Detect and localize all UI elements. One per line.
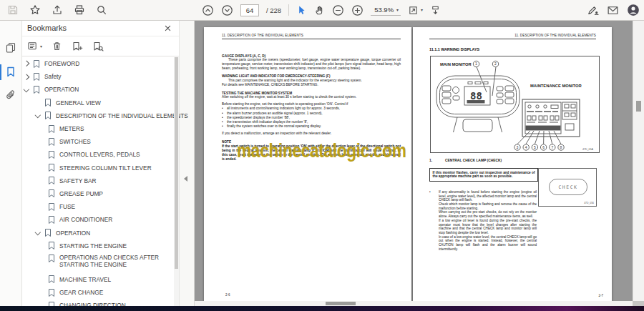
- previous-page-icon[interactable]: [202, 4, 214, 16]
- bookmark-item[interactable]: STARTING THE ENGINE: [21, 240, 173, 252]
- scroll-mode-icon[interactable]: [430, 5, 441, 16]
- paragraph: These parts comprise the meters (speedom…: [222, 58, 401, 70]
- list-item: all instruments and control/warning indi…: [222, 107, 401, 111]
- bookmarks-panel-icon[interactable]: [5, 66, 16, 77]
- bookmark-item[interactable]: SWITCHES: [21, 135, 173, 148]
- list-item: finally the system switches over to the …: [222, 124, 401, 129]
- bookmark-item[interactable]: METERS: [21, 122, 173, 135]
- window-bottom-edge: [0, 306, 644, 311]
- paragraph: In case of a low engine water level, the…: [439, 235, 537, 252]
- find-bookmark-icon[interactable]: [92, 41, 104, 52]
- bookmark-item[interactable]: FUSE: [21, 200, 173, 213]
- bookmark-item[interactable]: GENERAL VIEW: [21, 97, 173, 109]
- chevron-down-icon: ▾: [40, 44, 42, 49]
- zoom-level-value: 53.9%: [374, 6, 394, 14]
- bookmark-item[interactable]: AIR CONDITIONER: [21, 213, 173, 226]
- horizontal-scrollbar[interactable]: [193, 301, 633, 306]
- bookmark-item[interactable]: DESCRIPTION OF THE INDIVIDUAL ELEMENTS: [21, 109, 173, 122]
- check-lamp-label: CHECK: [549, 179, 587, 195]
- bookmark-options-icon[interactable]: ▾: [27, 41, 42, 51]
- panel-collapse-strip[interactable]: [179, 20, 195, 306]
- print-icon[interactable]: [74, 4, 85, 16]
- paragraph: Check which monitor lamp is flashing and…: [439, 202, 537, 210]
- svg-text:2: 2: [494, 61, 497, 66]
- new-bookmark-icon[interactable]: [72, 41, 83, 52]
- bookmark-item[interactable]: GREASE PUMP: [21, 187, 173, 200]
- main-monitor-label: MAIN MONITOR: [440, 62, 472, 66]
- paragraph: If a low engine oil level is found durin…: [439, 219, 537, 235]
- paragraph: After switching off the engine, wait at …: [222, 95, 401, 99]
- next-page-icon[interactable]: [221, 4, 233, 16]
- chevron-down-icon[interactable]: [35, 229, 41, 235]
- chevron-right-icon[interactable]: [24, 61, 29, 66]
- attachments-icon[interactable]: [5, 89, 16, 101]
- vertical-scrollbar-thumb[interactable]: [636, 101, 641, 112]
- svg-text:6: 6: [542, 145, 545, 149]
- panel-scrollbar[interactable]: [174, 57, 179, 306]
- bookmarks-panel: Bookmarks ▾ FOREWORD: [21, 20, 179, 306]
- body-bullet: If any abnormality is found before start…: [429, 190, 537, 251]
- page-number: 2-7: [598, 294, 603, 297]
- bookmark-item[interactable]: OPERATION: [21, 226, 173, 239]
- bookmark-item[interactable]: STEERING COLUMN TILT LEVER: [21, 162, 173, 174]
- bookmark-item[interactable]: SAFETY BAR: [21, 174, 173, 187]
- page-total-label: / 228: [266, 6, 281, 14]
- zoom-out-icon[interactable]: [332, 4, 344, 16]
- bookmark-item[interactable]: Safety: [21, 70, 173, 83]
- pdf-page-right: 11. DESCRIPTION OF THE INDIVIDUAL ELEMEN…: [413, 27, 612, 301]
- collapse-panel-arrow-icon[interactable]: [184, 176, 187, 182]
- svg-text:1: 1: [475, 61, 477, 66]
- list-item: the alarm buzzer produces an audible sig…: [222, 112, 401, 116]
- section-title: 11.1.1 WARNING DISPLAYS: [429, 47, 596, 51]
- bookmark-item[interactable]: FOREWORD: [21, 57, 173, 70]
- svg-text:3: 3: [517, 145, 519, 149]
- chevron-down-icon: ▾: [396, 8, 399, 12]
- zoom-level-dropdown[interactable]: 53.9% ▾: [371, 4, 401, 16]
- chevron-down-icon: ▾: [421, 8, 423, 12]
- fit-page-icon[interactable]: ▾: [408, 5, 423, 16]
- bookmark-item[interactable]: GEAR CHANGE: [21, 286, 173, 299]
- vertical-scrollbar[interactable]: [633, 20, 644, 306]
- page-number-input[interactable]: [240, 4, 259, 16]
- item-heading: 1. CENTRAL CHECK LAMP (CHECK): [429, 159, 502, 162]
- save-icon[interactable]: [7, 4, 19, 16]
- close-icon[interactable]: [164, 24, 172, 32]
- paragraph: When carrying out the pre-start checks, …: [439, 210, 537, 218]
- paragraph: Before starting the engine, set the star…: [222, 102, 401, 107]
- horizontal-scrollbar-thumb[interactable]: [326, 302, 356, 305]
- scrollbar-corner: [633, 301, 644, 306]
- bookmark-item[interactable]: OPERATIONS AND CHECKS AFTER STARTING THE…: [21, 252, 173, 273]
- share-upload-icon[interactable]: [52, 4, 63, 16]
- hand-tool-icon[interactable]: [314, 5, 325, 16]
- chevron-down-icon[interactable]: [24, 87, 29, 92]
- header-rule: [429, 39, 596, 39]
- pdf-page-left: 11. DESCRIPTION OF THE INDIVIDUAL ELEMEN…: [204, 27, 411, 301]
- paragraph: For details see MAINTENANCE, CHECKS BEFO…: [222, 83, 401, 87]
- bookmark-item[interactable]: MACHINE TRAVEL: [21, 273, 173, 286]
- panel-scrollbar-thumb[interactable]: [175, 57, 178, 269]
- page-thumbnails-icon[interactable]: [5, 41, 16, 53]
- header-rule: [222, 39, 401, 39]
- page-number: 2-6: [225, 293, 230, 297]
- paragraph: If any abnormality is found before start…: [439, 190, 537, 202]
- list-item: the transmission shift indicator display…: [222, 120, 401, 124]
- main-toolbar: / 228 53.9% ▾ ▾: [0, 0, 644, 21]
- chevron-down-icon[interactable]: [35, 112, 41, 118]
- delete-bookmark-icon[interactable]: [52, 41, 62, 51]
- watermark: machinecatalogic.com: [237, 139, 406, 162]
- star-icon[interactable]: [29, 4, 41, 16]
- chevron-right-icon[interactable]: [24, 74, 29, 79]
- zoom-in-icon[interactable]: [351, 4, 364, 16]
- account-avatar[interactable]: [627, 4, 640, 16]
- bookmark-item[interactable]: OPERATION: [21, 83, 173, 96]
- email-icon[interactable]: [607, 4, 619, 16]
- document-viewport[interactable]: 11. DESCRIPTION OF THE INDIVIDUAL ELEMEN…: [193, 20, 633, 306]
- monitor-figure-drawing: MAIN MONITOR MAINTENANCE MONITOR 88 1 2 …: [431, 56, 599, 152]
- bookmark-item[interactable]: CONTROL LEVERS, PEDALS: [21, 148, 173, 161]
- left-page-header: 11. DESCRIPTION OF THE INDIVIDUAL ELEMEN…: [222, 34, 401, 37]
- svg-text:5: 5: [534, 145, 536, 149]
- search-icon[interactable]: [96, 4, 107, 16]
- select-tool-icon[interactable]: [296, 5, 307, 16]
- navigation-rail: [0, 20, 22, 306]
- fill-sign-icon[interactable]: [587, 4, 599, 16]
